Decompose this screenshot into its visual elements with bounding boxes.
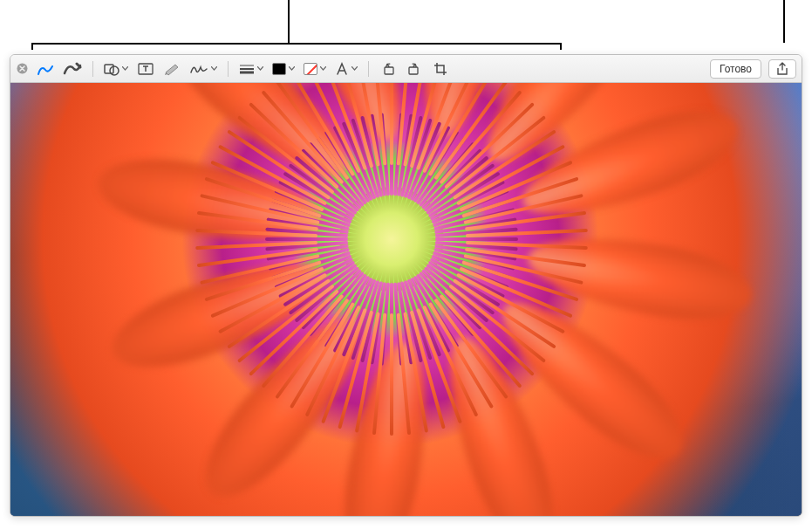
callout-bracket bbox=[31, 43, 562, 45]
sign-tool-button[interactable] bbox=[186, 59, 221, 79]
share-button[interactable] bbox=[768, 59, 796, 79]
sketch-icon bbox=[37, 61, 54, 77]
share-icon bbox=[776, 62, 788, 76]
toolbar-separator bbox=[368, 61, 369, 77]
sign-icon bbox=[189, 62, 208, 76]
done-button-label: Готово bbox=[720, 63, 752, 75]
crop-icon bbox=[433, 62, 447, 76]
text-tool-button[interactable] bbox=[133, 59, 158, 79]
fill-color-swatch bbox=[272, 63, 286, 75]
chevron-down-icon bbox=[351, 65, 358, 72]
markup-window: Готово bbox=[10, 54, 802, 517]
highlight-icon bbox=[163, 62, 181, 76]
image-canvas[interactable] bbox=[10, 83, 802, 516]
fill-color-button[interactable] bbox=[269, 59, 298, 79]
shapes-tool-button[interactable] bbox=[100, 59, 132, 79]
text-style-icon bbox=[335, 62, 349, 76]
callout-line-share bbox=[783, 0, 785, 43]
line-style-button[interactable] bbox=[235, 59, 267, 79]
line-style-icon bbox=[239, 63, 255, 75]
stroke-color-button[interactable] bbox=[300, 59, 330, 79]
rotate-left-button[interactable] bbox=[376, 59, 400, 79]
crop-button[interactable] bbox=[428, 59, 453, 79]
stroke-color-swatch bbox=[304, 63, 317, 75]
callout-bracket-right bbox=[560, 43, 562, 50]
rotate-right-icon bbox=[406, 62, 422, 76]
chevron-down-icon bbox=[256, 65, 263, 72]
sketch-tool-button[interactable] bbox=[33, 59, 58, 79]
callout-line-markup bbox=[288, 0, 290, 43]
done-button[interactable]: Готово bbox=[710, 59, 761, 79]
text-style-button[interactable] bbox=[331, 59, 361, 79]
toolbar-separator bbox=[228, 61, 229, 77]
close-icon bbox=[17, 63, 28, 74]
svg-rect-7 bbox=[385, 67, 393, 74]
rotate-right-button[interactable] bbox=[402, 59, 426, 79]
rotate-left-icon bbox=[380, 62, 396, 76]
chevron-down-icon bbox=[121, 65, 128, 72]
chevron-down-icon bbox=[319, 65, 326, 72]
markup-toolbar: Готово bbox=[10, 55, 802, 83]
draw-icon bbox=[63, 61, 82, 77]
toolbar-separator bbox=[92, 61, 93, 77]
shapes-icon bbox=[104, 62, 119, 76]
text-icon bbox=[138, 62, 154, 76]
callout-bracket-left bbox=[31, 43, 33, 50]
svg-rect-8 bbox=[409, 67, 418, 74]
close-markup-button[interactable] bbox=[16, 63, 28, 75]
svg-point-2 bbox=[110, 66, 119, 75]
chevron-down-icon bbox=[210, 65, 217, 72]
chevron-down-icon bbox=[288, 65, 295, 72]
draw-tool-button[interactable] bbox=[59, 59, 85, 79]
highlight-tool-button[interactable] bbox=[160, 59, 184, 79]
svg-rect-1 bbox=[105, 65, 113, 73]
